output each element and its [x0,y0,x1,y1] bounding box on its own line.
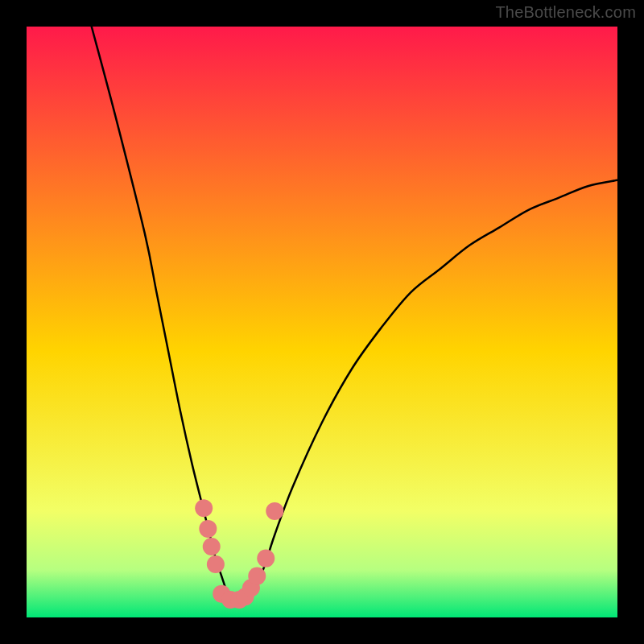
curve-marker [248,568,266,585]
plot-area [27,27,617,617]
curve-marker [207,555,225,573]
curve-marker [195,499,213,517]
watermark-text: TheBottleneck.com [495,3,636,22]
curve-marker [266,502,283,520]
chart-frame: TheBottleneck.com [0,0,644,644]
bottleneck-plot [27,27,617,617]
curve-marker [203,538,221,555]
curve-marker [199,520,217,538]
curve-marker [257,550,275,568]
